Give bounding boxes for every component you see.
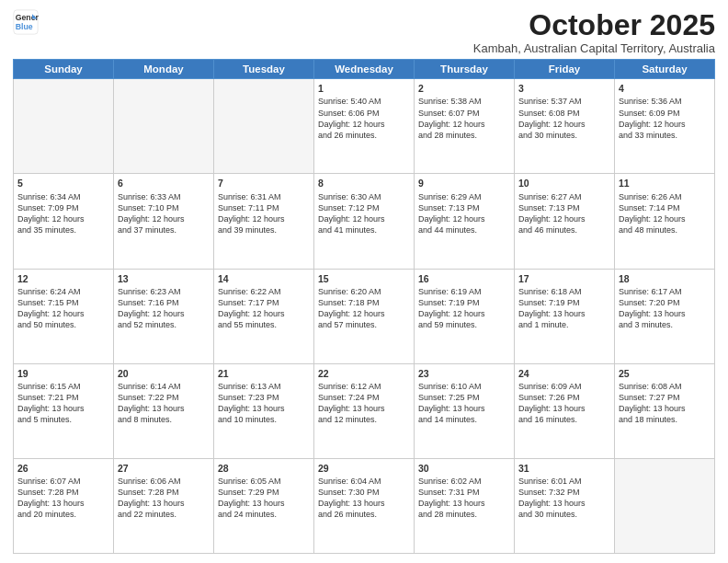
day-number: 27 [118, 462, 210, 475]
day-info-line: and 35 minutes. [17, 224, 109, 236]
day-number: 24 [518, 367, 610, 380]
day-info-line: Daylight: 12 hours [619, 213, 711, 224]
weekday-header-row: SundayMondayTuesdayWednesdayThursdayFrid… [14, 60, 715, 79]
day-info-line: and 10 minutes. [218, 414, 310, 425]
day-info-line: Sunrise: 6:09 AM [518, 381, 610, 392]
calendar-cell: 20Sunrise: 6:14 AMSunset: 7:22 PMDayligh… [114, 363, 214, 458]
page: General Blue October 2025 Kambah, Austra… [0, 0, 728, 563]
day-info-line: Daylight: 12 hours [418, 119, 510, 130]
day-info-line: and 5 minutes. [17, 414, 109, 425]
month-title: October 2025 [473, 9, 715, 41]
day-info-line: Sunrise: 6:01 AM [518, 476, 610, 487]
day-number: 18 [619, 272, 711, 285]
day-info-line: Daylight: 13 hours [418, 403, 510, 414]
calendar-cell: 29Sunrise: 6:04 AMSunset: 7:30 PMDayligh… [314, 458, 415, 553]
day-info-line: and 44 minutes. [418, 224, 510, 236]
day-info-line: Sunset: 7:30 PM [318, 487, 410, 498]
day-info-line: Daylight: 12 hours [318, 119, 410, 130]
day-info-line: and 16 minutes. [518, 414, 610, 425]
weekday-header-tuesday: Tuesday [214, 60, 314, 79]
day-info-line: Sunrise: 6:31 AM [218, 191, 310, 202]
day-number: 2 [418, 82, 510, 95]
day-info-line: Sunset: 7:16 PM [118, 297, 210, 308]
day-info-line: Sunset: 7:27 PM [619, 392, 711, 403]
day-info-line: and 39 minutes. [218, 224, 310, 236]
day-number: 30 [418, 462, 510, 475]
day-info-line: Sunrise: 6:27 AM [518, 191, 610, 202]
day-info-line: Sunset: 7:28 PM [118, 487, 210, 498]
calendar-table: SundayMondayTuesdayWednesdayThursdayFrid… [13, 59, 715, 554]
day-info-line: Sunrise: 6:10 AM [418, 381, 510, 392]
day-info-line: Sunrise: 6:06 AM [118, 476, 210, 487]
day-info-line: Daylight: 13 hours [218, 498, 310, 509]
day-number: 26 [17, 462, 109, 475]
day-info-line: and 33 minutes. [619, 130, 711, 141]
day-info-line: Sunset: 7:32 PM [518, 487, 610, 498]
day-number: 17 [518, 272, 610, 285]
day-number: 29 [318, 462, 410, 475]
day-info-line: and 18 minutes. [619, 414, 711, 425]
day-info-line: and 28 minutes. [418, 130, 510, 141]
day-info-line: Sunset: 6:08 PM [518, 108, 610, 119]
day-info-line: Sunrise: 6:08 AM [619, 381, 711, 392]
day-info-line: and 24 minutes. [218, 509, 310, 520]
calendar-cell [114, 79, 214, 174]
day-info-line: Sunset: 7:25 PM [418, 392, 510, 403]
calendar-cell: 27Sunrise: 6:06 AMSunset: 7:28 PMDayligh… [114, 458, 214, 553]
title-block: October 2025 Kambah, Australian Capital … [473, 9, 715, 55]
calendar-cell: 21Sunrise: 6:13 AMSunset: 7:23 PMDayligh… [214, 363, 314, 458]
day-info-line: Sunset: 7:24 PM [318, 392, 410, 403]
day-number: 3 [518, 82, 610, 95]
calendar-cell: 2Sunrise: 5:38 AMSunset: 6:07 PMDaylight… [415, 79, 515, 174]
day-info-line: Sunset: 7:28 PM [17, 487, 109, 498]
day-info-line: Sunrise: 6:24 AM [17, 286, 109, 297]
day-info-line: Sunset: 7:14 PM [619, 202, 711, 213]
day-info-line: and 22 minutes. [118, 509, 210, 520]
day-info-line: and 59 minutes. [418, 319, 510, 330]
calendar-cell [615, 458, 715, 553]
day-number: 10 [518, 177, 610, 190]
day-info-line: Daylight: 12 hours [118, 213, 210, 224]
calendar-cell: 24Sunrise: 6:09 AMSunset: 7:26 PMDayligh… [515, 363, 615, 458]
day-info-line: Sunrise: 6:20 AM [318, 286, 410, 297]
calendar-cell: 7Sunrise: 6:31 AMSunset: 7:11 PMDaylight… [214, 174, 314, 269]
day-info-line: Daylight: 12 hours [418, 213, 510, 224]
logo-icon: General Blue [13, 9, 39, 35]
day-info-line: Sunrise: 6:33 AM [118, 191, 210, 202]
calendar-week-5: 26Sunrise: 6:07 AMSunset: 7:28 PMDayligh… [14, 458, 715, 553]
day-info-line: Sunrise: 6:07 AM [17, 476, 109, 487]
day-number: 4 [619, 82, 711, 95]
day-info-line: Sunset: 7:19 PM [418, 297, 510, 308]
weekday-header-friday: Friday [515, 60, 615, 79]
calendar-week-4: 19Sunrise: 6:15 AMSunset: 7:21 PMDayligh… [14, 363, 715, 458]
day-number: 28 [218, 462, 310, 475]
day-info-line: Sunset: 7:12 PM [318, 202, 410, 213]
calendar-cell: 26Sunrise: 6:07 AMSunset: 7:28 PMDayligh… [14, 458, 114, 553]
calendar-cell: 10Sunrise: 6:27 AMSunset: 7:13 PMDayligh… [515, 174, 615, 269]
day-info-line: and 50 minutes. [17, 319, 109, 330]
day-info-line: and 55 minutes. [218, 319, 310, 330]
calendar-cell: 13Sunrise: 6:23 AMSunset: 7:16 PMDayligh… [114, 269, 214, 363]
day-info-line: and 41 minutes. [318, 224, 410, 236]
weekday-header-sunday: Sunday [14, 60, 114, 79]
day-info-line: Sunrise: 6:15 AM [17, 381, 109, 392]
day-info-line: Sunrise: 6:05 AM [218, 476, 310, 487]
day-info-line: Sunrise: 6:13 AM [218, 381, 310, 392]
weekday-header-monday: Monday [114, 60, 214, 79]
day-info-line: Sunrise: 5:38 AM [418, 96, 510, 107]
day-info-line: Sunrise: 6:18 AM [518, 286, 610, 297]
calendar-week-1: 1Sunrise: 5:40 AMSunset: 6:06 PMDaylight… [14, 79, 715, 174]
day-info-line: Sunrise: 5:37 AM [518, 96, 610, 107]
calendar-cell: 8Sunrise: 6:30 AMSunset: 7:12 PMDaylight… [314, 174, 415, 269]
day-info-line: Sunset: 7:18 PM [318, 297, 410, 308]
day-number: 21 [218, 367, 310, 380]
day-info-line: Sunset: 7:13 PM [518, 202, 610, 213]
calendar-cell: 19Sunrise: 6:15 AMSunset: 7:21 PMDayligh… [14, 363, 114, 458]
day-info-line: and 3 minutes. [619, 319, 711, 330]
day-number: 8 [318, 177, 410, 190]
day-number: 9 [418, 177, 510, 190]
day-info-line: Sunset: 7:21 PM [17, 392, 109, 403]
day-info-line: Sunset: 7:29 PM [218, 487, 310, 498]
day-info-line: Daylight: 12 hours [619, 119, 711, 130]
day-number: 19 [17, 367, 109, 380]
